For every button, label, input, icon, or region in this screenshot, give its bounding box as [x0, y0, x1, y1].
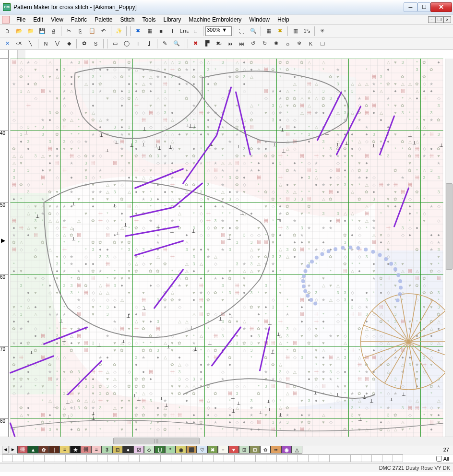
stitch-cell[interactable]	[44, 454, 55, 462]
back-button[interactable]: ╲	[25, 38, 36, 49]
ellipse-button[interactable]: ◯	[121, 38, 132, 49]
mdi-minimize-button[interactable]: -	[428, 16, 436, 23]
menu-edit[interactable]: Edit	[29, 15, 47, 24]
stitch-cell[interactable]	[160, 454, 171, 462]
stitch-cell[interactable]	[34, 454, 44, 462]
line-he-button[interactable]: Lʜᴇ	[179, 26, 190, 36]
stitch-cell[interactable]	[97, 454, 107, 462]
mdi-close-button[interactable]: ×	[443, 16, 451, 23]
half-x-button[interactable]: ‹✕	[13, 38, 24, 49]
stitch-cell[interactable]	[23, 454, 34, 462]
palette-prev-button[interactable]: ◄	[2, 446, 9, 453]
scrollbar-vertical[interactable]	[445, 59, 453, 437]
K-button[interactable]: K	[305, 38, 316, 49]
zoom-select[interactable]: 300% ▼	[205, 26, 232, 36]
stitch-cell[interactable]	[65, 454, 76, 462]
colors-button[interactable]: ▥	[290, 26, 301, 36]
palette-swatch-12[interactable]: ◇	[144, 446, 155, 453]
stitch-cell[interactable]	[107, 454, 118, 462]
all-checkbox[interactable]	[436, 456, 442, 462]
palette-swatch-22[interactable]: ⊡	[250, 446, 260, 453]
stitch-cell[interactable]	[203, 454, 213, 462]
menu-fabric[interactable]: Fabric	[67, 15, 91, 24]
stitch-cell[interactable]	[139, 454, 150, 462]
stitch-cell[interactable]	[234, 454, 245, 462]
palette-swatch-19[interactable]: −	[218, 446, 228, 453]
stitch-cell[interactable]	[308, 454, 319, 462]
cut-button[interactable]: ✂	[63, 26, 74, 36]
replace-button[interactable]: ✖ᵣ	[213, 38, 224, 49]
stitch-cell[interactable]	[224, 454, 234, 462]
ruler-vertical[interactable]: ▶ 4050607080	[0, 59, 9, 437]
123-button[interactable]: 1²₃	[301, 26, 312, 36]
palette-swatch-5[interactable]: ★	[70, 446, 81, 453]
minimize-button[interactable]: ─	[404, 2, 417, 12]
eyedrop-button[interactable]: ✎	[159, 38, 170, 49]
rotate-ccw-button[interactable]: ↺	[248, 38, 259, 49]
new-button[interactable]: 🗋	[2, 26, 13, 36]
highlight-button[interactable]: ✖	[274, 26, 286, 36]
scrollbar-v-thumb[interactable]	[446, 183, 453, 270]
stitch-cell[interactable]	[319, 454, 329, 462]
palette-swatch-9[interactable]: ⊡	[112, 446, 123, 453]
undo-button[interactable]: ↶	[98, 26, 109, 36]
stitch-cell[interactable]	[361, 454, 371, 462]
scrollbar-horizontal[interactable]: |||	[17, 437, 445, 445]
palette-swatch-4[interactable]: =	[60, 446, 70, 453]
select-button[interactable]: ▭	[109, 38, 120, 49]
stitch-cell[interactable]	[371, 454, 382, 462]
menu-palette[interactable]: Palette	[91, 15, 116, 24]
open2-button[interactable]: 📁	[25, 26, 36, 36]
x-blue-button[interactable]: ✖	[132, 26, 143, 36]
full-x-button[interactable]: ✕	[2, 38, 13, 49]
prev-button[interactable]: ⏮	[225, 38, 236, 49]
stitch-cell[interactable]	[12, 454, 23, 462]
palette-swatch-14[interactable]: *	[165, 446, 176, 453]
rect-button[interactable]: ▢	[317, 38, 328, 49]
palette-swatch-8[interactable]: 3	[102, 446, 112, 453]
menu-stitch[interactable]: Stitch	[117, 15, 139, 24]
menu-view[interactable]: View	[47, 15, 67, 24]
stitch-cell[interactable]	[118, 454, 129, 462]
palette-swatch-13[interactable]: ⋃	[155, 446, 165, 453]
dot-button[interactable]: ◆	[63, 38, 74, 49]
stitch-cell[interactable]	[86, 454, 97, 462]
stitch-cell[interactable]	[171, 454, 181, 462]
palette-swatch-18[interactable]: ✖	[207, 446, 218, 453]
I-button[interactable]: I	[167, 26, 178, 36]
menu-tools[interactable]: Tools	[139, 15, 160, 24]
palette-swatch-26[interactable]: △	[292, 446, 302, 453]
print-button[interactable]: 🖨	[48, 26, 59, 36]
stitch-cell[interactable]	[287, 454, 298, 462]
stitch-cell[interactable]	[2, 454, 12, 462]
fit-button[interactable]: ⛶	[236, 26, 247, 36]
dim-button[interactable]: ☼	[282, 38, 293, 49]
close-button[interactable]: ✕	[430, 2, 452, 12]
copy-button[interactable]: ⎘	[75, 26, 86, 36]
colorize-button[interactable]: ▛	[202, 38, 213, 49]
palette-swatch-7[interactable]: =	[91, 446, 102, 453]
palette-swatch-1[interactable]: ▲	[28, 446, 38, 453]
stitch-cell[interactable]	[255, 454, 266, 462]
stitch-cell[interactable]	[340, 454, 350, 462]
stitch-cell[interactable]	[181, 454, 192, 462]
palette-swatch-6[interactable]: 卌	[81, 446, 91, 453]
dither-button[interactable]: ▦	[144, 26, 155, 36]
S-button[interactable]: S	[90, 38, 101, 49]
palette-swatch-10[interactable]: ●	[123, 446, 133, 453]
palette-swatch-25[interactable]: ◉	[281, 446, 292, 453]
mdi-restore-button[interactable]: ❐	[436, 16, 443, 23]
x-red-button[interactable]: ✖	[190, 38, 201, 49]
stitch-cell[interactable]	[245, 454, 255, 462]
stitch-cell[interactable]	[213, 454, 224, 462]
palette-swatch-2[interactable]: ✿	[38, 446, 49, 453]
menu-library[interactable]: Library	[160, 15, 185, 24]
T-button[interactable]: T	[132, 38, 143, 49]
stitch-cell[interactable]	[192, 454, 203, 462]
lasso-button[interactable]: ʆ	[144, 38, 155, 49]
maximize-button[interactable]: ☐	[417, 2, 430, 12]
next-button[interactable]: ⏭	[236, 38, 247, 49]
palette-swatch-21[interactable]: ⊡	[239, 446, 250, 453]
palette-swatch-24[interactable]: ••	[271, 446, 281, 453]
open-button[interactable]: 📂	[13, 26, 24, 36]
